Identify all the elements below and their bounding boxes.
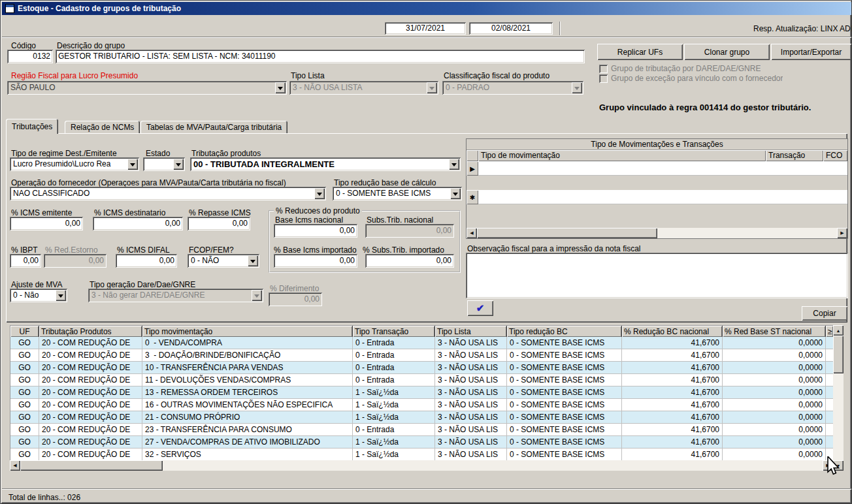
grid-column-header[interactable]: Tipo Lista <box>435 326 507 337</box>
fcop-fem-select[interactable]: 0 - NÃO <box>188 254 259 268</box>
icms-emitente-input[interactable]: 0,00 <box>10 217 83 230</box>
grid-cell[interactable]: 0 - Entrada <box>353 374 435 386</box>
grid-cell[interactable]: 3 - NÃO USA LIS <box>435 362 507 374</box>
scroll-left-button[interactable]: ◀ <box>467 228 477 238</box>
grid-cell[interactable]: 41,6700 <box>622 349 723 362</box>
checkbox-grupo-dare[interactable]: Grupo de tributação por DARE/DAE/GNRE <box>599 64 761 73</box>
grid-cell[interactable]: 0 - SOMENTE BASE ICMS <box>507 436 622 449</box>
grid-cell[interactable]: 0 - Entrada <box>353 349 435 362</box>
tab-tributacoes[interactable]: Tributações <box>6 119 58 134</box>
grid-cell[interactable]: 3 - DOAÇÃO/BRINDE/BONIFICAÇÃO <box>142 349 353 362</box>
grid-cell[interactable]: 3 - NÃO USA LIS <box>435 349 507 362</box>
grid-cell[interactable]: 41,6700 <box>622 411 723 424</box>
tributacao-produtos-select[interactable]: 00 - TRIBUTADA INTEGRALMENTE <box>190 157 461 171</box>
grid-cell[interactable]: 41,6700 <box>622 424 723 436</box>
estado-select[interactable] <box>143 157 185 171</box>
codigo-input[interactable]: 0132 <box>7 50 53 63</box>
dropdown-arrow-icon[interactable] <box>314 188 325 199</box>
dropdown-arrow-icon[interactable] <box>56 290 66 301</box>
grid-row[interactable]: GO20 - COM REDUÇÃO DE13 - REMESSA ORDEM … <box>10 386 834 399</box>
grid-horizontal-scrollbar[interactable]: ◀ ▶ <box>10 460 833 471</box>
grid-cell[interactable]: GO <box>10 386 39 399</box>
icms-difal-input[interactable]: 0,00 <box>116 254 177 268</box>
mov-col-fco[interactable]: FCO <box>823 150 847 161</box>
grid-row[interactable]: GO20 - COM REDUÇÃO DE11 - DEVOLUÇÕES VEN… <box>10 374 834 386</box>
grid-cell[interactable]: 41,6700 <box>622 436 723 449</box>
clonar-grupo-button[interactable]: Clonar grupo <box>684 44 770 60</box>
grid-cell[interactable]: 3 - NÃO USA LIS <box>435 449 507 461</box>
base-icms-importado-input[interactable]: 0,00 <box>274 254 357 268</box>
grid-cell[interactable]: 21 - CONSUMO PRÓPRIO <box>142 411 353 424</box>
grid-cell[interactable]: 3 - NÃO USA LIS <box>435 436 507 449</box>
descricao-input[interactable]: GESTOR TRIBUTARIO - LISTA: SEM LISTA - N… <box>56 50 585 63</box>
grid-cell[interactable]: 0 - SOMENTE BASE ICMS <box>507 449 622 461</box>
dropdown-arrow-icon[interactable] <box>127 159 138 170</box>
importar-exportar-button[interactable]: Importar/Exportar <box>771 44 851 60</box>
checkbox-grupo-excecao[interactable]: Grupo de exceção para vínculo com o forn… <box>599 74 783 83</box>
grid-cell[interactable]: 3 - NÃO USA LIS <box>435 424 507 436</box>
grid-cell[interactable]: 41,6700 <box>622 362 723 374</box>
grid-cell[interactable]: GO <box>10 449 39 461</box>
grid-cell[interactable]: 0 - SOMENTE BASE ICMS <box>507 411 622 424</box>
grid-column-header[interactable]: Tipo movimentação <box>142 326 353 337</box>
grid-cell[interactable]: 20 - COM REDUÇÃO DE <box>39 374 142 386</box>
grid-cell[interactable]: 20 - COM REDUÇÃO DE <box>39 436 142 449</box>
ibpt-input[interactable]: 0,00 <box>10 254 41 268</box>
scroll-left-button[interactable]: ◀ <box>10 460 20 471</box>
scroll-right-button[interactable]: ▶ <box>837 228 847 238</box>
dropdown-arrow-icon[interactable] <box>450 188 461 199</box>
grid-cell[interactable]: 0,0000 <box>723 349 826 362</box>
grid-cell[interactable]: GO <box>10 374 39 386</box>
grid-cell[interactable]: GO <box>10 436 39 449</box>
grid-cell[interactable]: 20 - COM REDUÇÃO DE <box>39 386 142 399</box>
replicar-ufs-button[interactable]: Replicar UFs <box>597 44 683 60</box>
grid-cell[interactable]: 41,6700 <box>622 337 723 349</box>
scroll-up-button[interactable]: ▲ <box>833 325 844 336</box>
grid-cell[interactable]: 20 - COM REDUÇÃO DE <box>39 411 142 424</box>
grid-cell[interactable]: 27 - VENDA/COMPRAS DE ATIVO IMOBILIZADO <box>142 436 353 449</box>
grid-column-header[interactable]: Tipo Transação <box>353 326 435 337</box>
grid-cell[interactable]: 23 - TRANSFERÊNCIA PARA CONSUMO <box>142 424 353 436</box>
grid-cell[interactable]: 32 - SERVIÇOS <box>142 449 353 461</box>
grid-cell[interactable]: 0 - SOMENTE BASE ICMS <box>507 337 622 349</box>
grid-cell[interactable]: 0,0000 <box>723 411 826 424</box>
grid-cell[interactable]: 0 - Entrada <box>353 362 435 374</box>
dropdown-arrow-icon[interactable] <box>248 255 258 266</box>
grid-cell[interactable]: 3 - NÃO USA LIS <box>435 374 507 386</box>
grid-cell[interactable]: 41,6700 <box>622 399 723 411</box>
dropdown-arrow-icon[interactable] <box>173 159 184 170</box>
base-icms-nacional-input[interactable]: 0,00 <box>274 224 357 238</box>
grid-cell[interactable]: 10 - TRANSFERÊNCIA PARA VENDAS <box>142 362 353 374</box>
grid-row[interactable]: GO20 - COM REDUÇÃO DE21 - CONSUMO PRÓPRI… <box>10 411 834 424</box>
grid-cell[interactable]: 16 - OUTRAS MOVIMENTAÇÕES NÃO ESPECIFICA <box>142 399 353 411</box>
grid-cell[interactable]: GO <box>10 349 39 362</box>
grid-cell[interactable]: 0 - Entrada <box>353 337 435 349</box>
observacao-textarea[interactable] <box>466 253 848 298</box>
grid-cell[interactable]: 0 - VENDA/COMPRA <box>142 337 353 349</box>
dropdown-arrow-icon[interactable] <box>275 82 286 93</box>
grid-cell[interactable]: 41,6700 <box>622 374 723 386</box>
grid-column-header[interactable]: % Red Base ST nacional <box>723 326 826 337</box>
grid-cell[interactable]: 1 - Saï¿½da <box>353 436 435 449</box>
subs-trib-importado-input[interactable]: 0,00 <box>365 254 454 268</box>
mov-col-transacao[interactable]: Transação <box>766 150 823 161</box>
grid-column-header[interactable]: Tributação Produtos <box>39 326 142 337</box>
scrollbar-thumb[interactable] <box>477 228 657 238</box>
dropdown-arrow-icon[interactable] <box>449 159 459 170</box>
grid-row[interactable]: GO20 - COM REDUÇÃO DE23 - TRANSFERÊNCIA … <box>10 424 834 436</box>
tab-tabelas-mva[interactable]: Tabelas de MVA/Pauta/Carga tributária <box>140 121 287 134</box>
grid-cell[interactable]: 1 - Saï¿½da <box>353 449 435 461</box>
grid-cell[interactable]: 20 - COM REDUÇÃO DE <box>39 399 142 411</box>
grid-cell[interactable]: 3 - NÃO USA LIS <box>435 399 507 411</box>
grid-cell[interactable]: 0,0000 <box>723 374 826 386</box>
confirm-button[interactable]: ✔ <box>467 300 493 316</box>
grid-cell[interactable]: GO <box>10 399 39 411</box>
scrollbar-thumb[interactable] <box>833 336 844 373</box>
grid-cell[interactable]: GO <box>10 337 39 349</box>
grid-cell[interactable]: 20 - COM REDUÇÃO DE <box>39 337 142 349</box>
grid-column-header[interactable]: UF <box>10 326 39 337</box>
mov-empty-row[interactable] <box>478 161 847 176</box>
grid-cell[interactable]: GO <box>10 424 39 436</box>
mov-horizontal-scrollbar[interactable]: ◀ ▶ <box>467 228 847 238</box>
grid-cell[interactable]: 0 - SOMENTE BASE ICMS <box>507 424 622 436</box>
